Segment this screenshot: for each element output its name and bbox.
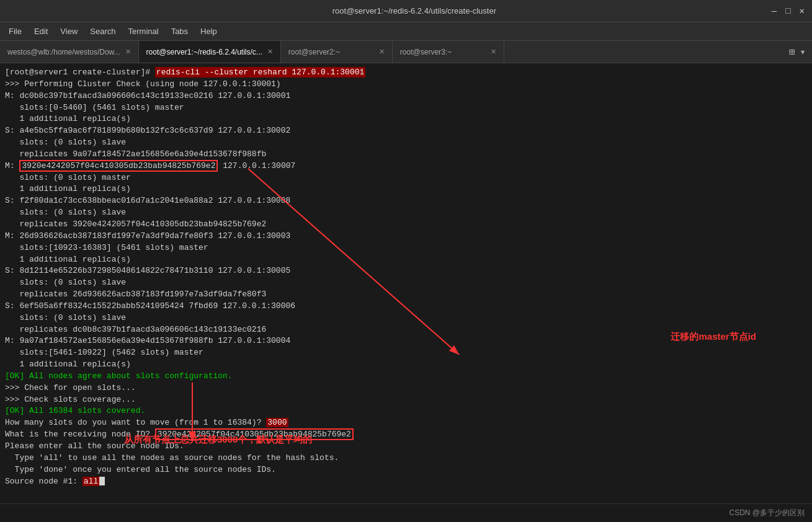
tab-bar: westos@wlb:/home/westos/Dow... ✕ root@se… <box>0 41 812 63</box>
tab-label: root@server1:~/redis-6.2.4/utils/c... <box>146 48 262 56</box>
window-controls[interactable]: — □ ✕ <box>772 6 805 16</box>
bottom-annotation: 从所有节点上总共迁移3000个，默认是平均的 <box>124 433 312 446</box>
minimize-button[interactable]: — <box>772 6 777 16</box>
window-title: root@server1:~/redis-6.2.4/utils/create-… <box>57 6 772 15</box>
terminal-line-9: M: 3920e4242057f04c410305db23bab94825b76… <box>5 161 807 172</box>
terminal-line-ok2: [OK] All 16384 slots covered. <box>5 405 807 417</box>
terminal-line-21: S: 6ef505a6ff8324c15522babb5241095424 7f… <box>5 301 807 312</box>
menu-item-edit[interactable]: Edit <box>29 25 53 37</box>
tab-close-server2[interactable]: ✕ <box>379 48 385 56</box>
terminal-line-14: replicates 3920e4242057f04c410305db23bab… <box>5 219 807 231</box>
menu-item-file[interactable]: File <box>4 25 27 37</box>
terminal-line-4: slots:[0-5460] (5461 slots) master <box>5 102 807 114</box>
terminal-line-15: M: 26d936626acb387183fd1997e7a3df9da7fe8… <box>5 231 807 242</box>
terminal-line-22: slots: (0 slots) slave <box>5 312 807 324</box>
terminal-line-12: S: f2f80da1c73cc638bbeac016d7a1c2041e0a8… <box>5 195 807 207</box>
tab-server2[interactable]: root@server2:~ ✕ <box>281 41 393 63</box>
tab-westos[interactable]: westos@wlb:/home/westos/Dow... ✕ <box>0 41 139 63</box>
tab-label: westos@wlb:/home/westos/Dow... <box>7 48 120 56</box>
menu-item-terminal[interactable]: Terminal <box>123 25 164 37</box>
tab-close-server1[interactable]: ✕ <box>267 48 273 56</box>
terminal-line-8: replicates 9a07af184572ae156856e6a39e4d1… <box>5 149 807 161</box>
terminal-line-27: >>> Check for open slots... <box>5 383 807 394</box>
terminal-line-13: slots: (0 slots) slave <box>5 207 807 219</box>
terminal-line-17: 1 additional replica(s) <box>5 254 807 266</box>
terminal-line-26: 1 additional replica(s) <box>5 359 807 371</box>
close-button[interactable]: ✕ <box>800 6 805 16</box>
menu-item-search[interactable]: Search <box>85 25 120 37</box>
terminal-line-5: 1 additional replica(s) <box>5 113 807 125</box>
terminal-line-31: Type 'done' once you entered all the sou… <box>5 464 807 476</box>
title-bar: root@server1:~/redis-6.2.4/utils/create-… <box>0 0 812 22</box>
menu-item-help[interactable]: Help <box>195 25 222 37</box>
terminal-line-10: slots: (0 slots) master <box>5 172 807 184</box>
menu-item-tabs[interactable]: Tabs <box>166 25 193 37</box>
terminal-line-19: slots: (0 slots) slave <box>5 277 807 289</box>
terminal-line-30: Type 'all' to use all the nodes as sourc… <box>5 453 807 464</box>
terminal-line-source: Source node #1: all <box>5 476 807 488</box>
tab-screenshot-icon[interactable]: ⊞ <box>789 46 795 58</box>
menu-item-view[interactable]: View <box>55 25 83 37</box>
tab-server1[interactable]: root@server1:~/redis-6.2.4/utils/c... ✕ <box>139 41 281 63</box>
terminal-line-6: S: a4e5bc5ffa9ac6f781899b680b132fc3c6c63… <box>5 125 807 137</box>
terminal-line-25: slots:[5461-10922] (5462 slots) master <box>5 347 807 359</box>
terminal-line-3: M: dc0b8c397b1faacd3a096606c143c19133ec0… <box>5 91 807 102</box>
tab-close-server3[interactable]: ✕ <box>491 48 496 56</box>
terminal-line-2: >>> Performing Cluster Check (using node… <box>5 79 807 91</box>
tab-server3[interactable]: root@server3:~ ✕ <box>393 41 504 63</box>
terminal-line-ok1: [OK] All nodes agree about slots configu… <box>5 371 807 383</box>
terminal-line-7: slots: (0 slots) slave <box>5 137 807 149</box>
terminal-line-16: slots:[10923-16383] (5461 slots) master <box>5 242 807 254</box>
terminal-line-18: S: 8d12114e65226b372985048614822c78471b3… <box>5 265 807 277</box>
watermark: CSDN @多于少的区别 <box>729 508 805 518</box>
tab-actions[interactable]: ⊞ ▾ <box>783 41 812 63</box>
terminal-content: [root@server1 create-cluster]# redis-cli… <box>0 63 812 503</box>
maximize-button[interactable]: □ <box>785 6 790 16</box>
tab-label: root@server3:~ <box>400 48 452 56</box>
tab-close-westos[interactable]: ✕ <box>125 48 131 56</box>
terminal-line-28: >>> Check slots coverage... <box>5 394 807 406</box>
tab-dropdown-icon[interactable]: ▾ <box>800 46 806 58</box>
terminal-line-20: replicates 26d936626acb387183fd1997e7a3d… <box>5 289 807 301</box>
bottom-bar: CSDN @多于少的区别 <box>0 503 812 522</box>
right-annotation: 迁移的master节点id <box>671 330 756 343</box>
menu-bar: FileEditViewSearchTerminalTabsHelp <box>0 22 812 41</box>
terminal-line-11: 1 additional replica(s) <box>5 184 807 195</box>
terminal-line-1: [root@server1 create-cluster]# redis-cli… <box>5 67 807 79</box>
tab-label: root@server2:~ <box>288 48 340 56</box>
terminal-line-slots: How many slots do you want to move (from… <box>5 417 807 429</box>
